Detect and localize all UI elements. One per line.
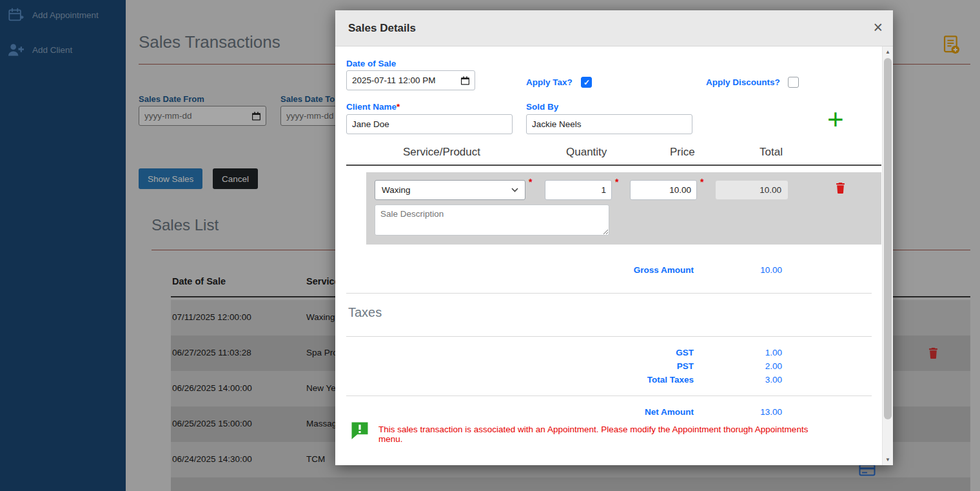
appointment-warning-text: This sales transaction is associated wit…: [378, 425, 830, 444]
date-of-sale-field[interactable]: 2025-07-11 12:00 PM: [346, 70, 475, 90]
line-item-row: Waxing * * * 10.00: [366, 172, 881, 245]
app: Add Appointment Add Client Sales Transac…: [0, 0, 980, 491]
column-header-service-product: Service/Product: [403, 146, 480, 159]
modal-scrollbar: [882, 46, 893, 465]
scroll-up-icon[interactable]: [883, 46, 893, 57]
table-header-divider: [346, 165, 881, 166]
sale-description-textarea[interactable]: [375, 205, 609, 235]
pst-label: PST: [529, 361, 694, 371]
gst-label: GST: [529, 348, 694, 357]
column-header-quantity: Quantity: [566, 146, 607, 159]
apply-tax-checkbox[interactable]: [581, 77, 592, 88]
divider: [346, 293, 872, 294]
date-of-sale-value: 2025-07-11 12:00 PM: [352, 75, 436, 85]
gst-value: 1.00: [718, 348, 782, 357]
column-header-total: Total: [760, 146, 783, 159]
sold-by-input[interactable]: [526, 114, 692, 134]
modal-title: Sales Details: [348, 22, 416, 35]
total-taxes-label: Total Taxes: [529, 375, 694, 385]
scroll-down-icon[interactable]: [883, 454, 893, 465]
chevron-down-icon: [511, 188, 518, 192]
client-name-label-text: Client Name: [346, 102, 397, 112]
column-header-price: Price: [670, 146, 695, 159]
calendar-icon[interactable]: [461, 76, 469, 85]
sold-by-label: Sold By: [526, 102, 558, 112]
divider: [346, 396, 872, 396]
warning-bubble-icon: [350, 421, 369, 443]
service-product-select[interactable]: Waxing: [375, 180, 525, 200]
add-line-item-button[interactable]: +: [827, 105, 844, 134]
apply-discounts-checkbox[interactable]: [788, 77, 799, 88]
scrollbar-thumb[interactable]: [884, 58, 892, 419]
total-taxes-value: 3.00: [718, 375, 782, 385]
required-marker: *: [700, 177, 703, 187]
apply-discounts-label: Apply Discounts?: [706, 77, 780, 87]
quantity-input[interactable]: [545, 180, 612, 200]
line-total-readonly: 10.00: [716, 181, 788, 199]
service-product-value: Waxing: [382, 185, 411, 195]
net-amount-label: Net Amount: [529, 407, 694, 417]
pst-value: 2.00: [718, 361, 782, 371]
client-name-label: Client Name*: [346, 102, 400, 112]
required-marker: *: [615, 177, 618, 187]
required-marker: *: [529, 177, 532, 187]
price-input[interactable]: [630, 180, 697, 200]
delete-line-item-icon[interactable]: [836, 183, 845, 196]
close-icon[interactable]: ×: [873, 19, 883, 35]
net-amount-value: 13.00: [718, 407, 782, 417]
gross-amount-value: 10.00: [718, 265, 782, 275]
sales-details-modal: Sales Details × Date of Sale 2025-07-11 …: [335, 10, 893, 465]
date-of-sale-label: Date of Sale: [346, 59, 396, 68]
apply-tax-label: Apply Tax?: [526, 77, 573, 87]
client-name-input[interactable]: [346, 114, 513, 134]
gross-amount-label: Gross Amount: [529, 265, 694, 275]
required-marker: *: [397, 102, 400, 112]
taxes-section-title: Taxes: [348, 305, 382, 320]
modal-header: Sales Details: [335, 10, 893, 46]
divider: [346, 336, 872, 337]
